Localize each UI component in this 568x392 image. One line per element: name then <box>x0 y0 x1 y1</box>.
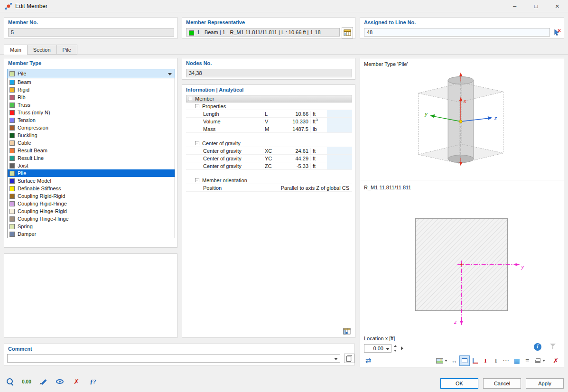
decimal-places-button[interactable]: 0.00 <box>20 376 33 387</box>
member-type-option[interactable]: Result Line <box>8 154 175 162</box>
nodes-field[interactable]: 34,38 <box>186 69 352 77</box>
comment-group: Comment <box>4 344 355 365</box>
grid-icon <box>513 357 520 364</box>
member-type-option[interactable]: Result Beam <box>8 147 175 154</box>
filter-button[interactable] <box>550 344 556 350</box>
maximize-button[interactable] <box>525 0 547 12</box>
formula-button[interactable]: ƒ? <box>87 376 99 387</box>
member-type-color-swatch <box>9 194 15 199</box>
info-item-value: 10.66 <box>283 111 310 117</box>
member-type-option[interactable]: Coupling Hinge-Rigid <box>8 207 175 215</box>
member-type-option[interactable]: Definable Stiffness <box>8 185 175 192</box>
member-type-option[interactable]: Cable <box>8 139 175 147</box>
info-item-value: 24.61 <box>283 148 310 154</box>
member-type-color-swatch <box>9 125 15 131</box>
member-type-option[interactable]: Spring <box>8 223 175 230</box>
member-type-option[interactable]: Coupling Rigid-Hinge <box>8 200 175 207</box>
member-type-option[interactable]: Beam <box>8 78 175 86</box>
info-item-label: Center of gravity <box>203 163 263 169</box>
member-type-option[interactable]: Rigid <box>8 86 175 93</box>
member-type-option[interactable]: Tension <box>8 116 175 124</box>
ok-button[interactable]: OK <box>440 378 478 389</box>
member-type-color-swatch <box>9 148 15 153</box>
tab-main[interactable]: Main <box>4 45 28 55</box>
find-in-graphic-button[interactable] <box>4 376 16 387</box>
member-type-option[interactable]: Pile <box>8 169 175 177</box>
member-type-option[interactable]: Rib <box>8 93 175 101</box>
info-button[interactable] <box>534 343 541 351</box>
member-type-label: Member Type <box>8 60 41 66</box>
member-type-option[interactable]: Compression <box>8 124 175 131</box>
info-item-label: Length <box>203 111 263 117</box>
assigned-line-label: Assigned to Line No. <box>364 19 416 25</box>
axis-z-label: z <box>494 115 497 121</box>
dimension-lines-button[interactable] <box>449 355 459 366</box>
assigned-line-field[interactable]: 48 <box>364 28 550 37</box>
deselect-line-button[interactable] <box>552 27 562 37</box>
info-item-unit: ft <box>310 111 326 117</box>
values-list-button[interactable] <box>522 355 532 366</box>
info-item-unit: ft3 <box>310 119 326 124</box>
list-icon <box>525 357 529 364</box>
member-type-option-label: Truss <box>18 102 30 108</box>
spin-up-button[interactable] <box>392 344 399 348</box>
info-row-item: VolumeV10.330ft3 <box>186 118 352 125</box>
member-representative-button[interactable] <box>342 27 353 38</box>
member-type-option[interactable]: Damper <box>8 230 175 238</box>
swap-view-button[interactable] <box>363 355 373 366</box>
section-axes-button[interactable] <box>470 355 480 366</box>
section-parts-button[interactable]: I <box>491 355 501 366</box>
collapse-toggle-icon[interactable] <box>195 141 199 145</box>
red-x-icon <box>74 378 79 385</box>
member-type-combo[interactable]: Pile <box>7 69 175 78</box>
dots-icon <box>503 358 510 364</box>
information-group: Information | Analytical MemberPropertie… <box>182 84 355 338</box>
member-representative-label: Member Representative <box>186 19 245 25</box>
member-representative-group: Member Representative 1 - Beam | 1 - R_M… <box>182 17 355 39</box>
section-axis-z-label: z <box>454 319 457 325</box>
formula-icon: ƒ? <box>90 378 96 385</box>
nodes-label: Nodes No. <box>186 60 212 66</box>
member-representative-field[interactable]: 1 - Beam | 1 - R_M1 11.811/11.811 | L : … <box>186 28 340 37</box>
print-button[interactable] <box>532 355 547 366</box>
member-no-field[interactable]: 5 <box>8 28 174 37</box>
member-type-option[interactable]: Coupling Rigid-Rigid <box>8 192 175 200</box>
collapse-toggle-icon[interactable] <box>195 104 199 108</box>
numbering-button[interactable] <box>501 355 512 366</box>
collapse-toggle-icon[interactable] <box>195 178 199 182</box>
info-row-header: Member <box>186 95 352 103</box>
member-type-group: Member Type Pile BeamRigidRibTrussTruss … <box>4 58 177 248</box>
section-frame-button[interactable] <box>459 355 470 366</box>
apply-button[interactable]: Apply <box>526 378 564 389</box>
table-settings-button[interactable] <box>342 327 352 336</box>
delete-input-button[interactable] <box>70 376 83 387</box>
member-type-color-swatch <box>9 103 15 108</box>
info-item-cell <box>326 118 352 125</box>
cancel-button[interactable]: Cancel <box>483 378 521 389</box>
location-label: Location x [ft] <box>364 336 395 341</box>
tab-pile[interactable]: Pile <box>56 45 77 55</box>
tab-section[interactable]: Section <box>27 45 57 55</box>
member-type-option[interactable]: Surface Model <box>8 177 175 185</box>
spin-down-button[interactable] <box>392 348 399 353</box>
stress-points-button[interactable]: I <box>480 355 491 366</box>
comment-field[interactable] <box>7 354 340 363</box>
edit-defaults-button[interactable] <box>37 376 49 387</box>
collapse-toggle-icon[interactable] <box>188 97 192 101</box>
background-image-button[interactable] <box>435 355 449 366</box>
minimize-button[interactable] <box>504 0 525 12</box>
member-type-option[interactable]: Truss (only N) <box>8 109 175 116</box>
location-step-button[interactable] <box>400 344 405 353</box>
member-type-option[interactable]: Coupling Hinge-Hinge <box>8 215 175 223</box>
member-type-option[interactable]: Joist <box>8 162 175 169</box>
member-type-option[interactable]: Buckling <box>8 131 175 139</box>
close-button[interactable] <box>547 0 568 12</box>
copy-comment-button[interactable] <box>344 354 354 363</box>
grid-button[interactable] <box>512 355 522 366</box>
display-properties-button[interactable] <box>54 376 66 387</box>
member-type-option[interactable]: Truss <box>8 101 175 109</box>
red-x-icon <box>553 357 559 364</box>
close-preview-button[interactable] <box>550 355 561 366</box>
preview-type-label: Member Type 'Pile' <box>364 61 408 67</box>
location-value-combo[interactable]: 0.00 <box>364 344 391 353</box>
